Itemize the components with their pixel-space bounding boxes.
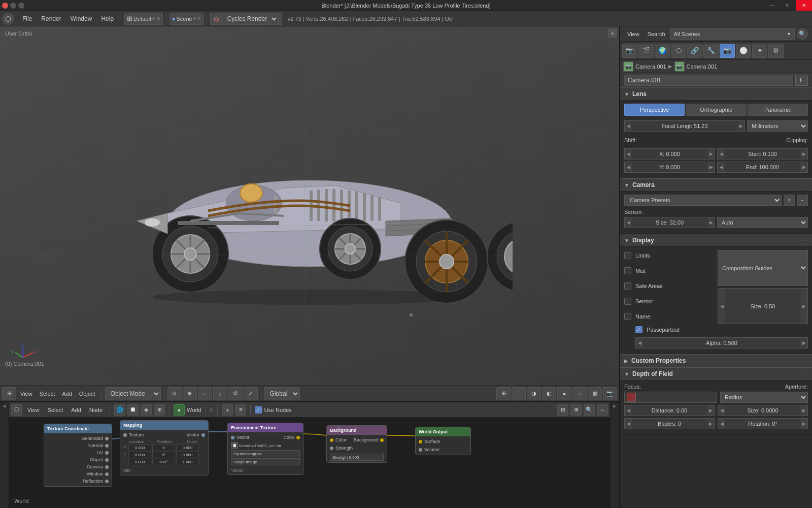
clipping-end-input[interactable]: ◀ End: 100.000 ▶ bbox=[717, 162, 808, 173]
distance-left-arrow[interactable]: ◀ bbox=[625, 405, 632, 416]
camera-name-input[interactable] bbox=[624, 75, 793, 86]
bottom-right-expand[interactable]: ▶ bbox=[613, 403, 617, 408]
passepartout-checkbox[interactable]: ✓ bbox=[635, 326, 642, 333]
shift-x-left-arrow[interactable]: ◀ bbox=[625, 149, 632, 159]
safe-areas-checkbox[interactable] bbox=[624, 282, 631, 290]
particles-props-icon[interactable]: ✦ bbox=[752, 44, 767, 58]
clipping-start-input[interactable]: ◀ Start: 0.100 ▶ bbox=[717, 148, 808, 160]
pivot-icon[interactable]: ⊙ bbox=[167, 387, 182, 400]
preset-add-btn[interactable]: + bbox=[784, 195, 795, 206]
focal-right-arrow[interactable]: ▶ bbox=[737, 121, 745, 131]
focal-unit-select[interactable]: Millimeters bbox=[747, 120, 808, 132]
dof-size-right-arrow[interactable]: ▶ bbox=[800, 405, 807, 416]
close-circle-icon[interactable] bbox=[2, 3, 8, 9]
scale-icon[interactable]: ⤢ bbox=[244, 387, 258, 400]
node-editor-icon[interactable]: ⎔ bbox=[11, 404, 22, 416]
search-icon[interactable]: 🔍 bbox=[797, 28, 808, 40]
dof-size-input[interactable]: ◀ Size: 0.0000 ▶ bbox=[718, 405, 808, 416]
help-menu[interactable]: Help bbox=[97, 13, 118, 25]
bottom-collapse-btn[interactable]: ◀ bbox=[3, 403, 6, 408]
focal-length-input[interactable]: ◀ Focal Lengt: 51.23 ▶ bbox=[624, 120, 745, 132]
comp-guides-select[interactable]: Composition Guides bbox=[718, 250, 808, 286]
camera-presets-select[interactable]: Camera Presets bbox=[624, 195, 782, 206]
all-scenes-box[interactable]: All Scenes ▼ bbox=[670, 28, 795, 40]
dof-section-header[interactable]: ▼ Depth of Field · · · bbox=[620, 367, 812, 380]
display-size-input[interactable]: ◀ Size: 0.50 ▶ bbox=[718, 288, 808, 324]
render-icon[interactable]: ▦ bbox=[588, 387, 602, 400]
env-file-icon[interactable]: 📋 bbox=[231, 442, 238, 449]
snap-grid-icon[interactable]: ⋮ bbox=[512, 387, 526, 400]
window-menu[interactable]: Window bbox=[66, 13, 96, 25]
focal-left-arrow[interactable]: ◀ bbox=[625, 121, 632, 131]
minimize-circle-icon[interactable] bbox=[10, 3, 16, 9]
preset-remove-btn[interactable]: - bbox=[797, 195, 808, 206]
blades-right-arrow[interactable]: ▶ bbox=[707, 419, 714, 429]
shift-x-input[interactable]: ◀ X: 0.000 ▶ bbox=[624, 148, 715, 160]
minimize-button[interactable]: — bbox=[763, 0, 780, 11]
alpha-right-arrow[interactable]: ▶ bbox=[800, 338, 807, 348]
perspective-btn[interactable]: Perspective bbox=[624, 104, 685, 116]
grid-icon[interactable]: ⊞ bbox=[496, 387, 511, 400]
snap-icon[interactable]: ⊕ bbox=[183, 387, 197, 400]
lens-section-header[interactable]: ▼ Lens · · · bbox=[620, 87, 812, 101]
node-node-btn[interactable]: Node bbox=[86, 404, 106, 416]
maximize-button[interactable]: □ bbox=[780, 0, 796, 11]
display-size-left-arrow[interactable]: ◀ bbox=[718, 289, 725, 324]
display-section-header[interactable]: ▼ Display · · · bbox=[620, 234, 812, 247]
camera-icon[interactable]: 📷 bbox=[603, 387, 617, 400]
alpha-input[interactable]: ◀ Alpha: 0.500 ▶ bbox=[635, 337, 808, 348]
limits-checkbox[interactable] bbox=[624, 252, 631, 259]
sensor-size-left-arrow[interactable]: ◀ bbox=[625, 217, 632, 228]
background-node[interactable]: Background Color Background Strength bbox=[326, 425, 387, 463]
node-material-icon[interactable]: 🔲 bbox=[127, 404, 139, 416]
panoramic-btn[interactable]: Panoramic bbox=[748, 104, 808, 116]
blades-left-arrow[interactable]: ◀ bbox=[625, 419, 632, 429]
start-left-arrow[interactable]: ◀ bbox=[718, 149, 725, 159]
alpha-left-arrow[interactable]: ◀ bbox=[636, 338, 643, 348]
render-menu[interactable]: Render bbox=[37, 13, 65, 25]
transform-2-icon[interactable]: ↕ bbox=[213, 387, 227, 400]
viewport-corner-button[interactable]: + bbox=[608, 28, 617, 38]
node-nav-3-icon[interactable]: 🔍 bbox=[584, 404, 595, 416]
viewport-3d[interactable]: User Ortho + bbox=[0, 26, 619, 385]
end-right-arrow[interactable]: ▶ bbox=[800, 162, 807, 172]
close-button[interactable]: ✕ bbox=[796, 0, 812, 11]
render-props-icon[interactable]: 📷 bbox=[622, 44, 637, 58]
node-nav-1-icon[interactable]: ⊞ bbox=[557, 404, 568, 416]
constraints-props-icon[interactable]: 🔗 bbox=[687, 44, 702, 58]
mode-select[interactable]: Object Mode bbox=[105, 387, 161, 400]
node-select-btn[interactable]: Select bbox=[45, 404, 66, 416]
end-left-arrow[interactable]: ◀ bbox=[718, 162, 725, 172]
distance-input[interactable]: ◀ Distance: 0.00 ▶ bbox=[624, 405, 715, 416]
sensor-size-input[interactable]: ◀ Size: 32.00 ▶ bbox=[624, 217, 715, 228]
orthographic-btn[interactable]: Orthographic bbox=[686, 104, 746, 116]
shift-y-input[interactable]: ◀ Y: 0.000 ▶ bbox=[624, 162, 715, 173]
add-btn[interactable]: Add bbox=[59, 387, 75, 400]
modifiers-props-icon[interactable]: 🔧 bbox=[703, 44, 719, 58]
rotate-icon[interactable]: ↺ bbox=[228, 387, 243, 400]
node-world-icon[interactable]: 🌐 bbox=[114, 404, 125, 416]
shift-y-left-arrow[interactable]: ◀ bbox=[625, 162, 632, 172]
shift-x-right-arrow[interactable]: ▶ bbox=[707, 149, 715, 159]
rotation-right-arrow[interactable]: ▶ bbox=[800, 419, 807, 429]
material-props-icon[interactable]: ⚪ bbox=[736, 44, 751, 58]
dof-color-box[interactable] bbox=[627, 393, 636, 402]
rotation-left-arrow[interactable]: ◀ bbox=[718, 419, 725, 429]
aperture-type-select[interactable]: Radius bbox=[720, 392, 808, 403]
distance-right-arrow[interactable]: ▶ bbox=[707, 405, 714, 416]
node-composite-icon[interactable]: ⊕ bbox=[154, 404, 165, 416]
env-texture-node[interactable]: Environment Texture Vector Color 📋 Meado… bbox=[227, 423, 303, 475]
mapping-node[interactable]: Mapping Texture Vector Location Rotation bbox=[120, 420, 209, 475]
node-collapse-icon[interactable]: ✕ bbox=[235, 404, 246, 416]
node-texture-icon[interactable]: ◈ bbox=[141, 404, 152, 416]
texture-coord-node[interactable]: Texture Coordinate Generated Normal bbox=[44, 424, 112, 487]
object-btn[interactable]: Object bbox=[76, 387, 98, 400]
node-expand-icon[interactable]: + bbox=[222, 404, 233, 416]
select-btn[interactable]: Select bbox=[37, 387, 58, 400]
view-btn[interactable]: View bbox=[17, 387, 36, 400]
blades-input[interactable]: ◀ Blades: 0 ▶ bbox=[624, 418, 715, 429]
shift-y-right-arrow[interactable]: ▶ bbox=[707, 162, 715, 172]
use-nodes-checkbox[interactable]: ✓ bbox=[255, 406, 262, 414]
transform-1-icon[interactable]: ↔ bbox=[198, 387, 212, 400]
shading-4-icon[interactable]: ○ bbox=[572, 387, 587, 400]
